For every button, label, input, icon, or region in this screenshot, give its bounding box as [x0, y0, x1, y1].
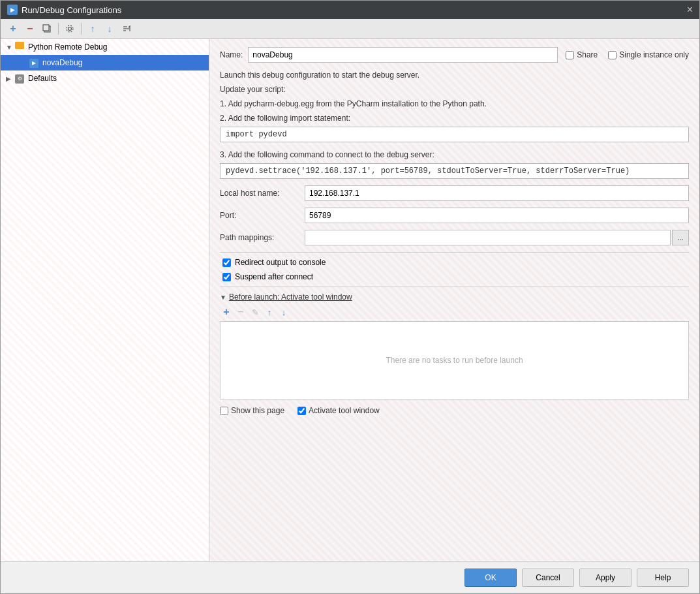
tasks-up-button[interactable]: ↑ [263, 305, 276, 319]
before-launch-toggle[interactable]: ▼ [220, 294, 226, 301]
suspend-row: Suspend after connect [220, 272, 689, 281]
tasks-placeholder: There are no tasks to run before launch [386, 356, 523, 365]
settrace-code: pydevd.settrace('192.168.137.1', port=56… [226, 166, 630, 176]
svg-rect-1 [43, 25, 49, 31]
remove-config-button[interactable]: − [23, 22, 37, 36]
toolbar-separator-1 [58, 23, 59, 35]
before-launch-header: ▼ Before launch: Activate tool window [220, 292, 689, 302]
share-checkbox[interactable] [566, 51, 574, 59]
copy-config-button[interactable] [40, 22, 54, 36]
bottom-buttons: OK Cancel Apply Help [1, 561, 699, 593]
divider-1 [220, 252, 689, 253]
title-bar-left: ▶ Run/Debug Configurations [7, 5, 121, 15]
child-icon: ▶ [29, 57, 40, 68]
settings-button[interactable] [63, 22, 77, 36]
redirect-label[interactable]: Redirect output to console [235, 258, 326, 267]
main-content: ▼ Python Remote Debug ▶ novaDebug ▶ ⚙ [1, 39, 699, 561]
sidebar-item-defaults[interactable]: ▶ ⚙ Defaults [1, 70, 209, 86]
cancel-button[interactable]: Cancel [522, 569, 574, 587]
suspend-checkbox[interactable] [222, 273, 231, 281]
port-row: Port: [220, 208, 689, 223]
defaults-label: Defaults [28, 74, 57, 83]
desc2: Update your script: [220, 84, 689, 95]
run-debug-dialog: ▶ Run/Debug Configurations × + − ↑ ↓ [0, 0, 700, 594]
name-input[interactable] [248, 47, 558, 63]
help-button[interactable]: Help [637, 569, 689, 587]
tasks-toolbar: + − ✎ ↑ ↓ [220, 305, 689, 319]
show-page-text: Show this page [231, 406, 284, 415]
port-label: Port: [220, 211, 305, 220]
bottom-checkboxes: Show this page Activate tool window [220, 406, 689, 415]
show-page-label[interactable]: Show this page [220, 406, 284, 415]
tasks-edit-button[interactable]: ✎ [249, 305, 262, 319]
sort-icon [122, 24, 131, 33]
tasks-remove-button[interactable]: − [234, 305, 247, 319]
port-input[interactable] [305, 208, 689, 223]
toolbar: + − ↑ ↓ [1, 19, 699, 39]
activate-tool-text: Activate tool window [309, 406, 380, 415]
path-mappings-label: Path mappings: [220, 233, 305, 242]
svg-point-2 [68, 27, 72, 31]
settrace-code-box: pydevd.settrace('192.168.137.1', port=56… [220, 163, 689, 179]
sidebar: ▼ Python Remote Debug ▶ novaDebug ▶ ⚙ [1, 39, 209, 561]
single-instance-label: Single instance only [619, 50, 689, 59]
redirect-row: Redirect output to console [220, 258, 689, 267]
desc1: Launch this debug configuration to start… [220, 69, 689, 81]
dialog-title: Run/Debug Configurations [22, 5, 121, 15]
sidebar-item-nova-debug[interactable]: ▶ novaDebug [1, 55, 209, 70]
child-label: novaDebug [42, 58, 82, 67]
tasks-add-button[interactable]: + [220, 305, 233, 319]
settings-icon [65, 24, 74, 33]
dialog-icon: ▶ [7, 5, 18, 15]
step2: 2. Add the following import statement: [220, 112, 689, 124]
share-label: Share [577, 50, 598, 59]
group-toggle: ▼ [6, 44, 15, 51]
sort-button[interactable] [119, 22, 134, 36]
title-bar: ▶ Run/Debug Configurations × [1, 1, 699, 19]
ok-button[interactable]: OK [464, 569, 517, 587]
name-label: Name: [220, 50, 243, 59]
browse-button[interactable]: ... [672, 230, 689, 245]
activate-tool-checkbox[interactable] [297, 407, 306, 415]
divider-2 [220, 287, 689, 287]
local-host-row: Local host name: [220, 185, 689, 201]
close-button[interactable]: × [687, 5, 693, 15]
defaults-icon: ⚙ [15, 73, 25, 84]
svg-point-3 [67, 25, 73, 32]
apply-button[interactable]: Apply [579, 569, 632, 587]
tasks-box: There are no tasks to run before launch [220, 321, 689, 399]
import-code: import pydevd [226, 130, 287, 139]
header-checkboxes: Share Single instance only [566, 50, 689, 59]
before-launch-label: Before launch: Activate tool window [229, 292, 352, 302]
tasks-down-button[interactable]: ↓ [277, 305, 290, 319]
path-mappings-input[interactable] [305, 230, 671, 245]
step1: 1. Add pycharm-debug.egg from the PyChar… [220, 98, 689, 110]
single-instance-checkbox[interactable] [608, 51, 616, 59]
right-panel: Name: Share Single instance only Launch … [209, 39, 699, 561]
redirect-checkbox[interactable] [222, 258, 231, 267]
suspend-label[interactable]: Suspend after connect [235, 272, 313, 281]
step3: 3. Add the following command to connect … [220, 149, 689, 161]
defaults-toggle: ▶ [6, 75, 15, 82]
name-row: Name: Share Single instance only [220, 47, 689, 63]
local-host-label: Local host name: [220, 189, 305, 198]
move-down-button[interactable]: ↓ [102, 22, 117, 36]
group-icon [15, 42, 25, 52]
path-mappings-row: Path mappings: ... [220, 230, 689, 245]
add-config-button[interactable]: + [6, 22, 20, 36]
local-host-input[interactable] [305, 185, 689, 201]
show-page-checkbox[interactable] [220, 407, 228, 415]
sidebar-item-python-remote-debug[interactable]: ▼ Python Remote Debug [1, 39, 209, 55]
move-up-button[interactable]: ↑ [85, 22, 100, 36]
toolbar-separator-2 [81, 23, 82, 35]
copy-icon [42, 24, 52, 33]
share-checkbox-label[interactable]: Share [566, 50, 598, 59]
group-label: Python Remote Debug [28, 42, 107, 52]
activate-tool-label[interactable]: Activate tool window [297, 406, 380, 415]
single-instance-checkbox-label[interactable]: Single instance only [608, 50, 689, 59]
import-code-box: import pydevd [220, 127, 689, 142]
